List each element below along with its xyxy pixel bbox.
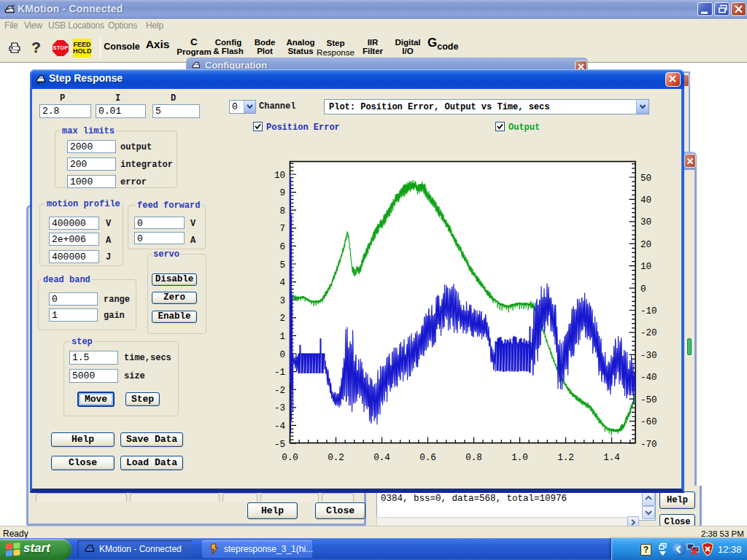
svg-text:10: 10 bbox=[640, 262, 651, 272]
svg-text:-3: -3 bbox=[274, 403, 285, 413]
svg-text:1.0: 1.0 bbox=[511, 453, 528, 463]
svg-text:-2: -2 bbox=[274, 386, 285, 396]
svg-text:9: 9 bbox=[279, 188, 285, 198]
svg-text:-50: -50 bbox=[640, 395, 657, 405]
svg-text:-40: -40 bbox=[640, 373, 657, 383]
svg-text:10: 10 bbox=[274, 171, 285, 181]
svg-text:-20: -20 bbox=[640, 328, 657, 338]
svg-text:-4: -4 bbox=[274, 421, 285, 432]
svg-text:0.4: 0.4 bbox=[374, 453, 390, 463]
svg-text:20: 20 bbox=[640, 240, 651, 250]
svg-text:7: 7 bbox=[279, 224, 285, 234]
svg-text:50: 50 bbox=[640, 174, 651, 184]
svg-text:30: 30 bbox=[640, 217, 651, 228]
svg-text:3: 3 bbox=[279, 296, 285, 306]
svg-text:4: 4 bbox=[279, 278, 285, 288]
svg-text:1.4: 1.4 bbox=[603, 453, 620, 463]
svg-text:40: 40 bbox=[640, 195, 651, 206]
svg-text:0.8: 0.8 bbox=[465, 453, 482, 463]
svg-text:0: 0 bbox=[640, 284, 646, 295]
svg-text:-1: -1 bbox=[274, 368, 285, 378]
svg-text:5: 5 bbox=[279, 260, 285, 271]
svg-text:8: 8 bbox=[279, 206, 285, 217]
svg-text:-70: -70 bbox=[640, 440, 657, 450]
svg-text:1: 1 bbox=[279, 332, 285, 342]
svg-text:0.2: 0.2 bbox=[328, 453, 344, 463]
svg-text:0.0: 0.0 bbox=[282, 453, 298, 463]
svg-text:6: 6 bbox=[279, 242, 285, 252]
svg-text:1.2: 1.2 bbox=[557, 453, 574, 463]
svg-text:0: 0 bbox=[279, 350, 285, 360]
svg-text:0.6: 0.6 bbox=[419, 453, 436, 463]
svg-text:-30: -30 bbox=[640, 351, 657, 361]
svg-text:-10: -10 bbox=[640, 306, 657, 316]
svg-text:2: 2 bbox=[279, 314, 285, 324]
svg-text:-5: -5 bbox=[274, 440, 285, 450]
svg-text:-60: -60 bbox=[640, 417, 657, 427]
